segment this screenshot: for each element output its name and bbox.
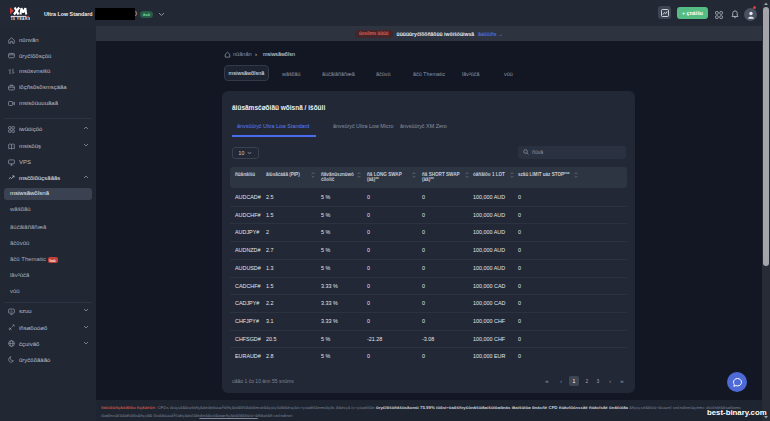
- svg-text:15 YEARS: 15 YEARS: [11, 17, 30, 21]
